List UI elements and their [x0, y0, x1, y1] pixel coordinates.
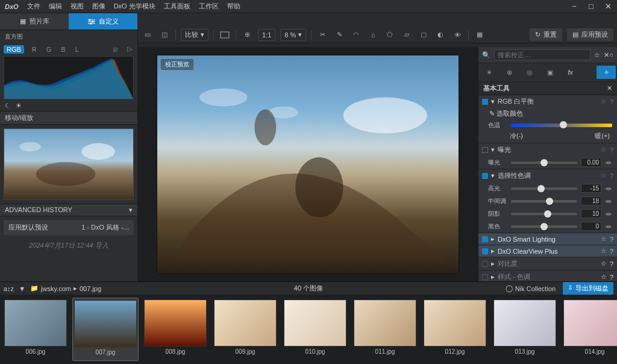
close-button[interactable]: ✕ — [604, 2, 612, 11]
sort-button[interactable]: a↕z — [4, 285, 14, 292]
clear-icon[interactable]: ✕○ — [604, 51, 613, 59]
help-icon[interactable]: ? — [610, 236, 613, 243]
stepper-icon[interactable]: ◂▸ — [605, 158, 612, 166]
thumb-filename: 009.jpg — [236, 348, 255, 355]
chevron-down-icon[interactable]: ▾ — [491, 98, 495, 105]
stepper-icon[interactable]: ◂▸ — [605, 222, 612, 230]
menu-file[interactable]: 文件 — [27, 2, 40, 11]
star-icon[interactable]: ☆ — [601, 98, 607, 105]
color-icon[interactable]: ⊗ — [500, 66, 519, 79]
fx-icon[interactable]: fx — [561, 66, 580, 79]
channel-g[interactable]: G — [45, 45, 54, 54]
menu-view[interactable]: 视图 — [70, 2, 84, 11]
help-icon[interactable]: ? — [610, 98, 613, 105]
svg-point-5 — [90, 22, 92, 24]
maximize-button[interactable]: □ — [587, 2, 595, 11]
thumbnail[interactable]: 014.jpg — [562, 298, 617, 361]
expand-icon[interactable]: ▷ — [125, 45, 134, 54]
sun-icon[interactable]: ☀ — [16, 102, 22, 110]
tab-customize-label: 自定义 — [99, 17, 119, 26]
filmstrip[interactable]: 006.jpg007.jpg008.jpg009.jpg010.jpg011.j… — [0, 295, 617, 364]
menu-edit[interactable]: 编辑 — [49, 2, 62, 11]
exposure-group: ▾ 曝光 ☆ ? 曝光 0.00 ◂▸ — [478, 143, 617, 169]
menu-tool-panel[interactable]: 工具面板 — [164, 2, 190, 11]
smart-lighting-group[interactable]: ▸ DxO Smart Lighting ☆ ? — [478, 233, 617, 245]
breadcrumb[interactable]: 📁 jwsky.com▸007.jpg — [30, 284, 101, 292]
geometry-icon[interactable]: ▣ — [540, 66, 560, 79]
filter-button[interactable]: ▼ — [19, 285, 25, 292]
stepper-icon[interactable]: ◂▸ — [605, 197, 612, 205]
star-icon[interactable]: ☆ — [601, 247, 607, 255]
tone-slider[interactable]: 阴影10◂▸ — [478, 207, 617, 220]
exposure-value[interactable]: 0.00 — [581, 158, 601, 167]
star-icon[interactable]: ☆ — [601, 235, 607, 243]
exposure-checkbox[interactable] — [482, 147, 488, 153]
help-icon[interactable]: ? — [610, 146, 613, 154]
help-icon[interactable]: ? — [610, 260, 613, 268]
search-input[interactable] — [494, 49, 590, 60]
thumbnail[interactable]: 013.jpg — [492, 298, 558, 361]
exposure-title: 曝光 — [498, 145, 598, 154]
tone-slider[interactable]: 高光-15◂▸ — [478, 182, 617, 195]
close-icon[interactable]: ✕ — [607, 84, 612, 92]
channel-r[interactable]: R — [30, 45, 39, 54]
chevron-down-icon[interactable]: ▾ — [491, 172, 495, 180]
channel-l[interactable]: L — [74, 45, 81, 54]
wb-pick-color[interactable]: ✎ 选取颜色 — [478, 108, 617, 119]
help-icon[interactable]: ? — [610, 274, 613, 281]
nik-collection-button[interactable]: ◯Nik Collection — [502, 283, 559, 293]
stepper-icon[interactable]: ◂▸ — [605, 210, 612, 218]
smart-checkbox[interactable] — [482, 236, 488, 242]
wb-checkbox[interactable] — [482, 99, 488, 105]
star-icon[interactable]: ☆ — [601, 172, 607, 180]
svg-point-14 — [254, 109, 276, 145]
tone-slider[interactable]: 中间调18◂▸ — [478, 195, 617, 207]
help-icon[interactable]: ? — [610, 248, 613, 255]
contrast-group[interactable]: ▸ 对比度 ☆ ? — [478, 257, 617, 271]
star-icon[interactable]: ☆ — [594, 51, 600, 59]
menu-image[interactable]: 图像 — [92, 2, 105, 11]
wand-icon[interactable]: ✧ — [597, 66, 616, 79]
image-viewer[interactable]: 校正预览 — [138, 47, 478, 281]
exposure-slider[interactable]: 曝光 0.00 ◂▸ — [478, 156, 617, 169]
clearview-checkbox[interactable] — [482, 248, 488, 254]
star-icon[interactable]: ☆ — [601, 260, 607, 268]
star-icon[interactable]: ☆ — [601, 273, 607, 281]
star-icon[interactable]: ☆ — [601, 146, 607, 154]
screen-icon[interactable]: ⎚ — [111, 45, 119, 54]
history-item[interactable]: 应用默认预设 1 - DxO 风格 -... — [4, 220, 134, 235]
thumbnail[interactable]: 008.jpg — [142, 298, 208, 361]
menu-workspace[interactable]: 工作区 — [199, 2, 219, 11]
export-button[interactable]: ⇩导出到磁盘 — [563, 282, 613, 295]
menu-help[interactable]: 帮助 — [227, 2, 240, 11]
wb-temp-slider[interactable]: 色温 — [478, 119, 617, 131]
selective-checkbox[interactable] — [482, 173, 488, 179]
moon-icon[interactable]: ☾ — [5, 102, 11, 110]
channel-b[interactable]: B — [59, 45, 67, 54]
thumbnail[interactable]: 009.jpg — [212, 298, 278, 361]
navigator-preview[interactable] — [4, 128, 134, 200]
tab-library[interactable]: ▦ 照片库 — [0, 13, 69, 30]
style-tone-group[interactable]: ▸ 样式 - 色调 ☆ ? — [478, 271, 617, 281]
clearview-group[interactable]: ▸ DxO ClearView Plus ☆ ? — [478, 245, 617, 257]
stepper-icon[interactable]: ◂▸ — [605, 184, 612, 192]
image-count: 40 个图像 — [294, 284, 323, 293]
thumbnail[interactable]: 006.jpg — [2, 298, 69, 361]
light-icon[interactable]: ☀ — [480, 66, 499, 79]
left-panel: 直方图 RGB R G B L ⎚ ▷ ☾ ☀ 移动/缩放 — [0, 30, 138, 281]
tone-slider[interactable]: 黑色0◂▸ — [478, 220, 617, 233]
tab-customize[interactable]: 自定义 — [69, 13, 137, 30]
svg-point-8 — [19, 142, 40, 152]
thumbnail[interactable]: 010.jpg — [282, 298, 348, 361]
thumbnail[interactable]: 012.jpg — [422, 298, 488, 361]
chevron-down-icon[interactable]: ▾ — [491, 146, 495, 154]
thumbnail[interactable]: 011.jpg — [352, 298, 418, 361]
help-icon[interactable]: ? — [610, 172, 613, 180]
channel-rgb[interactable]: RGB — [4, 45, 24, 54]
thumbnail[interactable]: 007.jpg — [72, 298, 139, 361]
minimize-button[interactable]: − — [570, 2, 578, 11]
menu-optical[interactable]: DxO 光学模块 — [114, 2, 155, 11]
detail-icon[interactable]: ◎ — [520, 66, 539, 79]
thumb-image — [4, 300, 67, 347]
app-logo: DxO — [5, 3, 19, 10]
